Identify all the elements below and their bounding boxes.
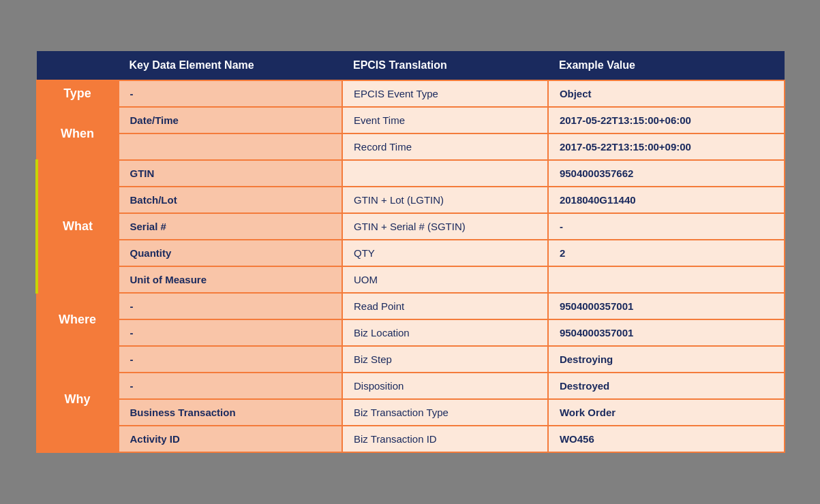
- category-cell: When: [37, 107, 119, 160]
- example-value-cell: Destroyed: [548, 373, 785, 399]
- category-cell: Type: [37, 80, 119, 107]
- data-element-name-cell: Quantity: [119, 240, 342, 266]
- category-cell: What: [37, 160, 119, 293]
- table-row: Record Time2017-05-22T13:15:00+09:00: [37, 133, 785, 160]
- data-element-name-cell: Serial #: [119, 213, 342, 240]
- table-row: -DispositionDestroyed: [37, 373, 785, 399]
- example-value-cell: WO456: [548, 426, 785, 452]
- epcis-translation-cell: QTY: [342, 240, 548, 266]
- epcis-translation-cell: [342, 160, 548, 187]
- epcis-translation-cell: Biz Transaction ID: [342, 426, 548, 452]
- example-value-cell: Object: [548, 80, 785, 107]
- example-value-cell: 9504000357001: [548, 293, 785, 319]
- data-element-name-cell: GTIN: [119, 160, 342, 187]
- table-row: QuantityQTY2: [37, 240, 785, 266]
- epcis-translation-cell: Record Time: [342, 133, 548, 160]
- category-cell: Where: [37, 293, 119, 346]
- example-value-cell: Destroying: [548, 346, 785, 373]
- header-epcis-translation: EPCIS Translation: [342, 51, 548, 80]
- data-element-name-cell: Unit of Measure: [119, 266, 342, 293]
- data-element-name-cell: Date/Time: [119, 107, 342, 133]
- example-value-cell: 9504000357662: [548, 160, 785, 187]
- header-example-value: Example Value: [548, 51, 785, 80]
- epcis-translation-cell: UOM: [342, 266, 548, 293]
- data-element-name-cell: Activity ID: [119, 426, 342, 452]
- main-table-wrapper: Key Data Element Name EPCIS Translation …: [35, 51, 785, 453]
- header-category: [37, 51, 119, 80]
- data-element-name-cell: -: [119, 346, 342, 373]
- data-element-name-cell: Business Transaction: [119, 399, 342, 426]
- epcis-translation-cell: GTIN + Lot (LGTIN): [342, 187, 548, 213]
- example-value-cell: 2018040G11440: [548, 187, 785, 213]
- table-row: Unit of MeasureUOM: [37, 266, 785, 293]
- example-value-cell: 2017-05-22T13:15:00+06:00: [548, 107, 785, 133]
- epcis-table: Key Data Element Name EPCIS Translation …: [35, 51, 785, 453]
- epcis-translation-cell: EPCIS Event Type: [342, 80, 548, 107]
- table-row: Why-Biz StepDestroying: [37, 346, 785, 373]
- data-element-name-cell: Batch/Lot: [119, 187, 342, 213]
- table-row: Activity IDBiz Transaction IDWO456: [37, 426, 785, 452]
- example-value-cell: 9504000357001: [548, 319, 785, 346]
- epcis-translation-cell: Read Point: [342, 293, 548, 319]
- epcis-translation-cell: Biz Location: [342, 319, 548, 346]
- data-element-name-cell: -: [119, 373, 342, 399]
- table-row: WhenDate/TimeEvent Time2017-05-22T13:15:…: [37, 107, 785, 133]
- table-row: Batch/LotGTIN + Lot (LGTIN)2018040G11440: [37, 187, 785, 213]
- table-row: Type-EPCIS Event TypeObject: [37, 80, 785, 107]
- example-value-cell: 2: [548, 240, 785, 266]
- table-row: Serial #GTIN + Serial # (SGTIN)-: [37, 213, 785, 240]
- epcis-translation-cell: Biz Step: [342, 346, 548, 373]
- example-value-cell: -: [548, 213, 785, 240]
- epcis-translation-cell: Disposition: [342, 373, 548, 399]
- data-element-name-cell: -: [119, 319, 342, 346]
- epcis-translation-cell: Biz Transaction Type: [342, 399, 548, 426]
- data-element-name-cell: -: [119, 80, 342, 107]
- header-key-data-element: Key Data Element Name: [119, 51, 342, 80]
- data-element-name-cell: -: [119, 293, 342, 319]
- table-row: Where-Read Point9504000357001: [37, 293, 785, 319]
- example-value-cell: Work Order: [548, 399, 785, 426]
- table-row: -Biz Location9504000357001: [37, 319, 785, 346]
- category-cell: Why: [37, 346, 119, 452]
- table-row: Business TransactionBiz Transaction Type…: [37, 399, 785, 426]
- epcis-translation-cell: Event Time: [342, 107, 548, 133]
- data-element-name-cell: [119, 133, 342, 160]
- example-value-cell: [548, 266, 785, 293]
- example-value-cell: 2017-05-22T13:15:00+09:00: [548, 133, 785, 160]
- table-row: WhatGTIN9504000357662: [37, 160, 785, 187]
- epcis-translation-cell: GTIN + Serial # (SGTIN): [342, 213, 548, 240]
